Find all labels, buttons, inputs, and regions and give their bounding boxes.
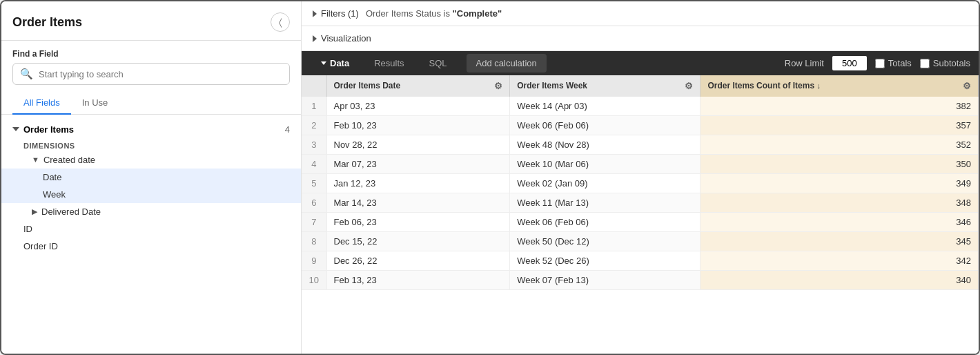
- chevron-down-icon: [12, 127, 19, 131]
- date-cell: Feb 10, 23: [326, 116, 510, 135]
- week-cell: Week 06 (Feb 06): [510, 116, 700, 135]
- chevron-right-icon: [313, 35, 317, 42]
- row-limit-label: Row Limit: [785, 58, 824, 68]
- week-cell: Week 02 (Jan 09): [510, 174, 700, 193]
- tab-all-fields[interactable]: All Fields: [12, 92, 71, 115]
- table-row: 1 Apr 03, 23 Week 14 (Apr 03) 382: [302, 97, 979, 116]
- gear-icon[interactable]: ⚙: [494, 81, 502, 91]
- visualization-bar[interactable]: Visualization: [302, 26, 979, 51]
- date-cell: Nov 28, 22: [326, 135, 510, 155]
- filters-value: "Complete": [453, 8, 502, 19]
- table-row: 10 Feb 13, 23 Week 07 (Feb 13) 340: [302, 271, 979, 290]
- created-date-item[interactable]: ▼ Created date: [1, 151, 301, 169]
- app-container: Order Items 〈 Find a Field 🔍 All Fields …: [0, 0, 980, 355]
- tab-data[interactable]: Data: [310, 51, 360, 75]
- filters-description: Order Items Status is "Complete": [366, 8, 502, 19]
- week-cell: Week 52 (Dec 26): [510, 251, 700, 271]
- week-column-header[interactable]: Order Items Week ⚙: [510, 75, 700, 97]
- created-date-label: Created date: [43, 155, 95, 165]
- row-num-cell: 2: [302, 116, 326, 135]
- find-field-label: Find a Field: [1, 41, 301, 63]
- field-list: Order Items 4 DIMENSIONS ▼ Created date …: [1, 115, 301, 354]
- filters-prefix: Order Items Status is: [366, 8, 453, 19]
- table-body: 1 Apr 03, 23 Week 14 (Apr 03) 382 2 Feb …: [302, 97, 979, 290]
- count-column-header[interactable]: Order Items Count of Items ↓ ⚙: [700, 75, 979, 97]
- count-cell: 340: [700, 271, 979, 290]
- search-box: 🔍: [12, 63, 290, 85]
- add-calc-label: Add calculation: [476, 58, 537, 68]
- count-cell: 349: [700, 174, 979, 193]
- table-header-row: Order Items Date ⚙ Order Items Week ⚙ Or…: [302, 75, 979, 97]
- week-cell: Week 06 (Feb 06): [510, 213, 700, 232]
- count-cell: 348: [700, 193, 979, 213]
- delivered-date-label: Delivered Date: [41, 207, 101, 217]
- row-num-cell: 1: [302, 97, 326, 116]
- row-limit-input[interactable]: [832, 56, 867, 70]
- chevron-right-icon: ▶: [32, 207, 37, 216]
- field-group-count: 4: [285, 124, 290, 135]
- date-cell: Mar 14, 23: [326, 193, 510, 213]
- week-cell: Week 07 (Feb 13): [510, 271, 700, 290]
- row-num-cell: 10: [302, 271, 326, 290]
- dimensions-label: DIMENSIONS: [1, 139, 301, 151]
- filters-toggle[interactable]: Filters (1): [313, 8, 359, 19]
- date-cell: Feb 13, 23: [326, 271, 510, 290]
- row-num-cell: 5: [302, 174, 326, 193]
- tabs-bar: All Fields In Use: [1, 92, 301, 115]
- count-cell: 346: [700, 213, 979, 232]
- subtotals-checkbox-label: Subtotals: [920, 58, 970, 68]
- date-cell: Apr 03, 23: [326, 97, 510, 116]
- tab-results-label: Results: [374, 58, 404, 68]
- count-cell: 352: [700, 135, 979, 155]
- week-label: Week: [43, 189, 66, 200]
- table-row: 7 Feb 06, 23 Week 06 (Feb 06) 346: [302, 213, 979, 232]
- sidebar-title: Order Items: [12, 15, 82, 30]
- week-sub-field[interactable]: Week: [1, 186, 301, 203]
- main-content: Filters (1) Order Items Status is "Compl…: [302, 1, 979, 354]
- week-cell: Week 48 (Nov 28): [510, 135, 700, 155]
- collapse-button[interactable]: 〈: [271, 12, 290, 32]
- field-group-order-items[interactable]: Order Items 4: [1, 120, 301, 139]
- visualization-label: Visualization: [321, 33, 371, 44]
- count-cell: 342: [700, 251, 979, 271]
- date-cell: Feb 06, 23: [326, 213, 510, 232]
- sidebar-header: Order Items 〈: [1, 1, 301, 41]
- date-cell: Mar 07, 23: [326, 155, 510, 174]
- tab-sql-label: SQL: [429, 58, 447, 68]
- table-row: 2 Feb 10, 23 Week 06 (Feb 06) 357: [302, 116, 979, 135]
- gear-icon[interactable]: ⚙: [963, 81, 971, 91]
- table-row: 4 Mar 07, 23 Week 10 (Mar 06) 350: [302, 155, 979, 174]
- tab-in-use[interactable]: In Use: [71, 92, 119, 115]
- week-cell: Week 14 (Apr 03): [510, 97, 700, 116]
- search-icon: 🔍: [20, 68, 33, 80]
- id-item[interactable]: ID: [1, 220, 301, 238]
- count-cell: 382: [700, 97, 979, 116]
- gear-icon[interactable]: ⚙: [685, 81, 693, 91]
- tab-sql[interactable]: SQL: [418, 51, 458, 75]
- date-column-header[interactable]: Order Items Date ⚙: [326, 75, 510, 97]
- tab-arrow-icon: [321, 61, 326, 65]
- date-cell: Dec 15, 22: [326, 232, 510, 251]
- sidebar: Order Items 〈 Find a Field 🔍 All Fields …: [1, 1, 302, 354]
- delivered-date-item[interactable]: ▶ Delivered Date: [1, 203, 301, 220]
- tab-results[interactable]: Results: [363, 51, 415, 75]
- row-num-cell: 4: [302, 155, 326, 174]
- chevron-right-icon: [313, 10, 317, 17]
- subtotals-label: Subtotals: [933, 58, 970, 68]
- chevron-down-icon: ▼: [32, 155, 39, 164]
- order-id-item[interactable]: Order ID: [1, 238, 301, 255]
- table-row: 3 Nov 28, 22 Week 48 (Nov 28) 352: [302, 135, 979, 155]
- search-input[interactable]: [39, 69, 282, 79]
- field-group-name: Order Items: [23, 124, 74, 135]
- date-sub-field[interactable]: Date: [1, 169, 301, 186]
- totals-checkbox[interactable]: [875, 59, 885, 68]
- toolbar-right: Row Limit Totals Subtotals: [785, 56, 970, 70]
- row-num-cell: 6: [302, 193, 326, 213]
- totals-checkbox-label: Totals: [875, 58, 912, 68]
- week-cell: Week 50 (Dec 12): [510, 232, 700, 251]
- date-label: Date: [43, 172, 61, 182]
- row-num-cell: 9: [302, 251, 326, 271]
- add-calculation-button[interactable]: Add calculation: [467, 54, 547, 73]
- filters-bar: Filters (1) Order Items Status is "Compl…: [302, 1, 979, 26]
- subtotals-checkbox[interactable]: [920, 59, 930, 68]
